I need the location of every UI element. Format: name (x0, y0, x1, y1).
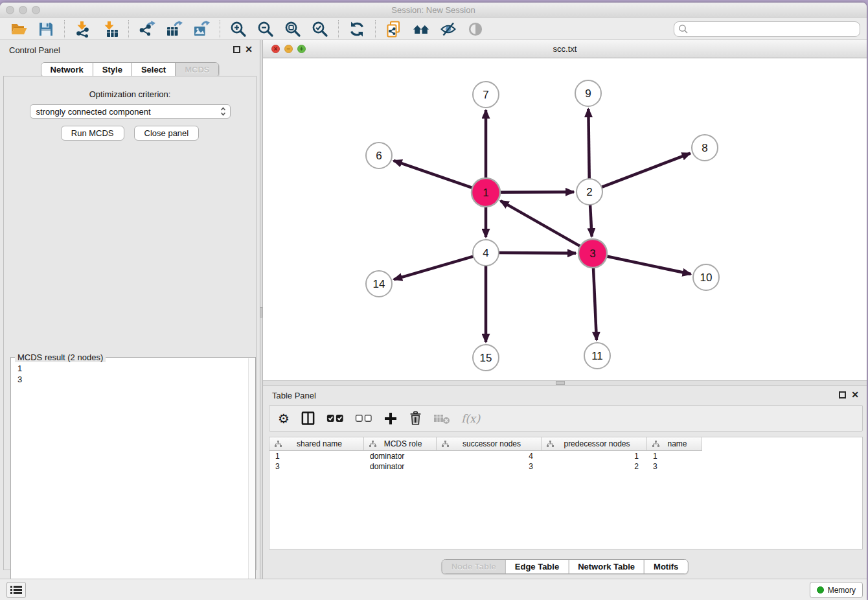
deselect-all-icon[interactable] (355, 410, 372, 427)
zoom-selected-icon[interactable] (310, 19, 330, 39)
add-row-icon[interactable] (383, 410, 398, 427)
function-builder-icon: f(x) (461, 410, 480, 427)
horizontal-splitter[interactable] (263, 380, 867, 386)
graph-node-7[interactable]: 7 (473, 82, 499, 108)
graph-edge-2-8[interactable] (602, 154, 691, 187)
delete-row-icon[interactable] (409, 410, 422, 427)
graph-edge-3-10[interactable] (607, 257, 691, 274)
table-cell[interactable]: dominator (364, 461, 437, 472)
table-cell[interactable]: 3 (269, 461, 364, 472)
tab-edge-table[interactable]: Edge Table (505, 560, 568, 573)
graph-node-label: 11 (591, 350, 603, 362)
import-table-icon[interactable] (100, 19, 120, 39)
window-titlebar: Session: New Session (0, 3, 867, 17)
graph-node-1[interactable]: 1 (472, 178, 500, 207)
graph-edge-3-11[interactable] (593, 268, 597, 340)
graph-node-label: 10 (700, 271, 713, 284)
tab-mcds[interactable]: MCDS (175, 63, 218, 76)
graph-node-label: 8 (702, 142, 707, 154)
result-scrollbar[interactable] (248, 358, 255, 600)
optimization-criterion-select[interactable]: strongly connected component (30, 104, 231, 119)
graph-node-9[interactable]: 9 (575, 80, 601, 106)
gear-icon[interactable]: ⚙ (278, 410, 290, 427)
open-session-icon[interactable] (9, 19, 29, 39)
tab-select[interactable]: Select (131, 63, 175, 76)
column-header-shared-name[interactable]: shared name (269, 437, 364, 451)
column-header-predecessor-nodes[interactable]: predecessor nodes (542, 437, 647, 451)
tab-style[interactable]: Style (93, 63, 131, 76)
table-cell[interactable]: 3 (647, 461, 702, 472)
tab-network-table[interactable]: Network Table (568, 560, 644, 573)
table-cell[interactable]: 4 (437, 451, 542, 461)
zoom-out-icon[interactable] (256, 19, 275, 39)
graph-edge-2-9[interactable] (588, 109, 589, 179)
table-row[interactable]: 3dominator323 (269, 461, 862, 472)
graph-edge-1-2[interactable] (500, 192, 574, 192)
graph-node-label: 2 (586, 186, 592, 198)
graph-node-6[interactable]: 6 (366, 143, 392, 168)
float-panel-icon[interactable] (233, 46, 240, 53)
table-cell[interactable]: 1 (542, 451, 647, 461)
graph-edge-2-3[interactable] (590, 205, 592, 237)
column-header-label: name (662, 439, 699, 448)
graph-edge-4-14[interactable] (394, 257, 474, 280)
graph-node-15[interactable]: 15 (473, 345, 499, 371)
graph-edge-3-1[interactable] (501, 201, 580, 246)
run-mcds-button[interactable]: Run MCDS (61, 126, 124, 141)
graph-edge-4-3[interactable] (499, 253, 576, 253)
list-icon (10, 585, 22, 595)
memory-button[interactable]: Memory (810, 582, 863, 598)
search-input[interactable] (674, 21, 860, 37)
zoom-in-icon[interactable] (229, 19, 248, 39)
search-box (674, 21, 860, 37)
network-overview-icon[interactable] (384, 19, 404, 39)
graph-node-3[interactable]: 3 (578, 239, 607, 268)
refresh-icon[interactable] (347, 19, 367, 39)
toolbar-separator (128, 20, 129, 38)
table-cell[interactable]: dominator (364, 451, 437, 461)
export-network-icon[interactable] (137, 19, 157, 39)
table-close-panel-icon[interactable]: ✕ (851, 389, 859, 400)
graph-node-8[interactable]: 8 (692, 135, 718, 161)
toolbar-separator (375, 20, 376, 38)
graph-node-label: 6 (376, 150, 382, 162)
network-canvas[interactable]: 7968124314101511 (263, 58, 867, 380)
import-network-icon[interactable] (73, 19, 93, 39)
table-float-panel-icon[interactable] (839, 391, 846, 398)
zoom-fit-icon[interactable] (283, 19, 303, 39)
status-bar: Memory (0, 579, 867, 600)
table-row[interactable]: 1dominator411 (269, 451, 862, 461)
graph-node-10[interactable]: 10 (693, 264, 719, 290)
table-toolbar: ⚙f(x) (269, 405, 863, 432)
mcds-result-box: MCDS result (2 nodes) 13 (10, 357, 256, 600)
tab-motifs[interactable]: Motifs (644, 560, 687, 573)
tab-node-table[interactable]: Node Table (442, 560, 505, 573)
select-spinner-icon (220, 106, 226, 117)
table-cell[interactable]: 3 (437, 461, 542, 472)
table-cell[interactable]: 2 (542, 461, 647, 472)
table-cell[interactable]: 1 (647, 451, 702, 461)
table-cell[interactable]: 1 (269, 451, 364, 461)
graph-node-4[interactable]: 4 (473, 240, 499, 266)
tab-network[interactable]: Network (41, 63, 93, 76)
close-panel-icon[interactable]: ✕ (245, 44, 253, 54)
close-panel-button[interactable]: Close panel (134, 126, 200, 141)
column-header-successor-nodes[interactable]: successor nodes (437, 437, 542, 451)
control-panel-tabs: NetworkStyleSelectMCDS (41, 62, 220, 77)
export-image-icon[interactable] (192, 19, 211, 39)
session-title: Session: New Session (0, 5, 867, 15)
save-session-icon[interactable] (36, 19, 56, 39)
export-table-icon[interactable] (165, 19, 184, 39)
graph-node-11[interactable]: 11 (584, 343, 610, 369)
column-header-name[interactable]: name (647, 437, 702, 451)
column-header-MCDS-role[interactable]: MCDS role (364, 437, 437, 451)
column-layout-icon[interactable] (301, 410, 315, 427)
hide-panel-icon[interactable] (439, 19, 458, 39)
graph-node-2[interactable]: 2 (577, 179, 602, 205)
graph-node-14[interactable]: 14 (366, 271, 392, 297)
home-layout-icon[interactable] (411, 19, 431, 39)
select-all-icon[interactable] (326, 410, 344, 427)
graph-edge-1-6[interactable] (394, 161, 473, 188)
task-history-button[interactable] (6, 582, 26, 598)
column-header-label: shared name (284, 439, 361, 448)
